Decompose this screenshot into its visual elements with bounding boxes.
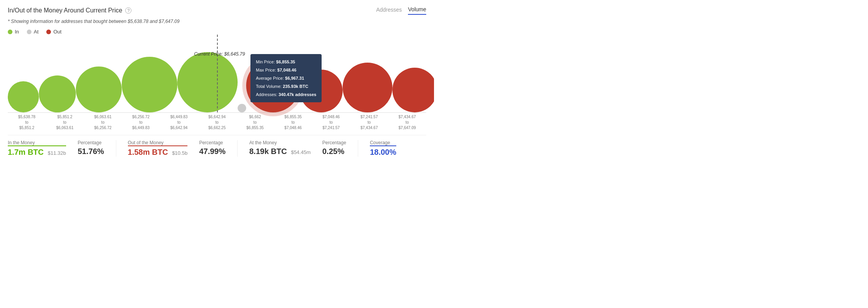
out-the-money-label: Out of the Money — [128, 140, 188, 146]
at-the-money-btc: 8.19k BTC — [249, 147, 287, 156]
stat-coverage: Coverage 18.00% — [370, 140, 408, 157]
axis-label-11: $7,434.67 to $7,647.09 — [388, 114, 426, 131]
chart-title: In/Out of the Money Around Current Price — [8, 7, 122, 14]
coverage-value: 18.00% — [370, 148, 396, 157]
tooltip-max-price: Max Price: $7,048.46 — [256, 66, 316, 74]
help-icon[interactable]: ? — [125, 7, 131, 14]
in-the-money-usd: $11.32b — [48, 150, 66, 156]
axis-label-2: $5,851.2 to $6,063.61 — [46, 114, 84, 131]
stat-separator-1 — [116, 140, 116, 157]
bubble-9 — [343, 63, 392, 112]
bubble-col-10 — [392, 42, 434, 112]
at-the-money-usd: $54.45m — [291, 149, 311, 155]
tooltip-min-price: Min Price: $6,855.35 — [256, 58, 316, 66]
bubble-6 — [238, 104, 246, 112]
legend-in: In — [8, 29, 19, 35]
bubble-col-1 — [8, 42, 39, 112]
axis-line — [8, 112, 426, 113]
at-percentage-value: 0.25% — [322, 147, 346, 156]
stat-at-percentage: Percentage 0.25% — [322, 140, 358, 157]
stat-out-percentage: Percentage 47.99% — [199, 140, 237, 157]
stat-out-the-money: Out of the Money 1.58m BTC $10.5b — [128, 140, 200, 157]
chart-header: In/Out of the Money Around Current Price… — [8, 6, 426, 15]
out-the-money-usd: $10.5b — [172, 150, 187, 156]
stat-in-percentage: Percentage 51.76% — [78, 140, 116, 157]
axis-labels: $5,638.78 to $5,851.2 $5,851.2 to $6,063… — [8, 114, 426, 131]
out-the-money-btc: 1.58m BTC — [128, 148, 168, 156]
axis-label-1: $5,638.78 to $5,851.2 — [8, 114, 46, 131]
out-percentage-value: 47.99% — [199, 147, 226, 156]
legend-label-out: Out — [53, 29, 61, 35]
bubble-col-3 — [76, 42, 122, 112]
in-percentage-label: Percentage — [78, 140, 104, 145]
at-the-money-label: At the Money — [249, 140, 311, 145]
stats-row: In the Money 1.7m BTC $11.32b Percentage… — [8, 135, 426, 157]
axis-label-5: $6,449.83 to $6,642.94 — [160, 114, 198, 131]
tab-volume[interactable]: Volume — [408, 6, 426, 15]
bubble-col-4 — [122, 42, 177, 112]
bubble-1 — [8, 81, 39, 112]
axis-label-4: $6,256.72 to $6,449.83 — [122, 114, 160, 131]
axis-label-7: $6,662 to $6,855.35 — [236, 114, 274, 131]
in-the-money-btc: 1.7m BTC — [8, 148, 44, 156]
legend-dot-in — [8, 30, 12, 34]
tooltip-avg-price: Average Price: $6,967.31 — [256, 74, 316, 82]
chart-subtitle: * Showing information for addresses that… — [8, 19, 426, 24]
stat-separator-2 — [237, 140, 238, 157]
axis-label-3: $6,063.61 to $6,256.72 — [84, 114, 122, 131]
legend-out: Out — [46, 29, 61, 35]
bubble-col-9 — [343, 42, 392, 112]
legend-at: At — [27, 29, 38, 35]
stat-at-the-money: At the Money 8.19k BTC $54.45m — [249, 140, 322, 157]
in-the-money-label: In the Money — [8, 140, 66, 146]
in-percentage-value: 51.76% — [78, 147, 104, 156]
chart-area: Current Price: $6,645.79 — [8, 46, 426, 132]
legend-dot-out — [46, 30, 51, 34]
at-percentage-label: Percentage — [322, 140, 346, 145]
legend: In At Out — [8, 29, 426, 35]
bubble-5 — [177, 52, 238, 112]
axis-label-8: $6,855.35 to $7,048.46 — [274, 114, 312, 131]
legend-label-in: In — [15, 29, 19, 35]
tooltip: Min Price: $6,855.35 Max Price: $7,048.4… — [250, 54, 322, 102]
tooltip-addresses: Addresses: 340.47k addresses — [256, 91, 316, 99]
out-percentage-label: Percentage — [199, 140, 226, 145]
bubble-4 — [122, 57, 177, 112]
current-price-line — [217, 35, 218, 112]
tooltip-total-vol: Total Volume: 235.93k BTC — [256, 82, 316, 91]
stat-separator-3 — [358, 140, 358, 157]
axis-label-10: $7,241.57 to $7,434.67 — [350, 114, 388, 131]
title-area: In/Out of the Money Around Current Price… — [8, 7, 131, 14]
legend-dot-at — [27, 30, 32, 34]
coverage-label: Coverage — [370, 140, 396, 146]
tab-group: Addresses Volume — [376, 6, 426, 15]
bubble-3 — [76, 66, 122, 112]
stat-in-the-money: In the Money 1.7m BTC $11.32b — [8, 140, 78, 157]
bubble-col-2 — [39, 42, 76, 112]
current-price-label: Current Price: $6,645.79 — [194, 50, 245, 57]
bubble-10 — [392, 68, 434, 112]
bubble-2 — [39, 75, 76, 112]
tab-addresses[interactable]: Addresses — [376, 7, 402, 14]
legend-label-at: At — [34, 29, 38, 35]
axis-label-6: $6,642.94 to $6,662.25 — [198, 114, 236, 131]
axis-label-9: $7,048.46 to $7,241.57 — [312, 114, 350, 131]
